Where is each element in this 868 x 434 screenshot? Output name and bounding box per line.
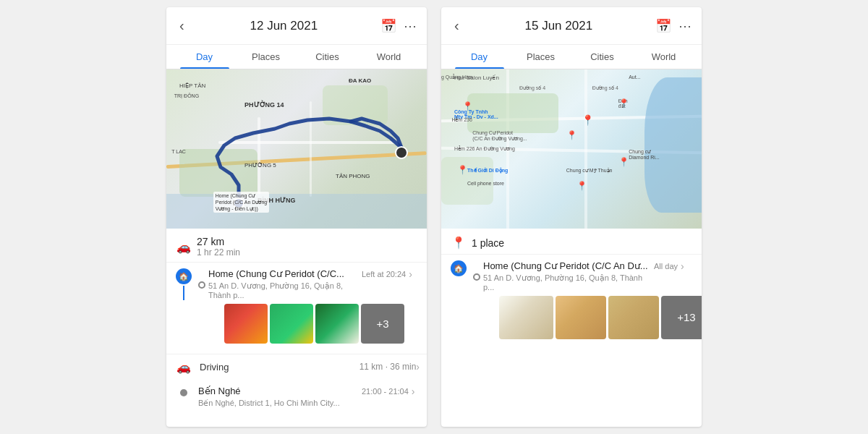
- right-place-row: 📍 1 place: [441, 229, 702, 255]
- left-calendar-icon[interactable]: 📅: [380, 18, 396, 34]
- right-tabs: Day Places Cities World: [441, 45, 702, 69]
- svg-point-1: [396, 147, 407, 158]
- right-home-circle: [473, 273, 480, 281]
- right-home-chevron[interactable]: ›: [681, 260, 684, 272]
- right-more-icon[interactable]: ⋯: [678, 18, 692, 34]
- left-home-circle: [198, 281, 205, 289]
- right-photo-1[interactable]: [499, 296, 553, 339]
- right-home-timeline-left: 🏠: [448, 260, 469, 276]
- left-tab-cities[interactable]: Cities: [297, 45, 358, 69]
- left-distance: 27 km: [197, 236, 240, 247]
- left-map-bg: HIỆP TÂN PHƯỜNG 14 TRỊ ĐÔNG T LAC PHƯỜNG…: [166, 69, 427, 229]
- right-tab-world[interactable]: World: [633, 45, 694, 69]
- left-driving-time: 11 km · 36 min: [359, 362, 417, 372]
- right-photo-2[interactable]: [556, 296, 606, 339]
- left-stop-content: Bến Nghé Bến Nghé, District 1, Ho Chi Mi…: [198, 386, 420, 408]
- left-more-icon[interactable]: ⋯: [404, 18, 417, 34]
- right-date-title: 15 Jun 2021: [525, 19, 593, 33]
- left-home-title: Home (Chung Cư Peridot (C/C...: [208, 268, 362, 281]
- left-home-sub: 51 An D. Vương, Phường 16, Quận 8, Thành…: [208, 281, 362, 299]
- left-panel: ‹ 12 Jun 2021 📅 ⋯ Day Places Cities Worl…: [166, 7, 427, 427]
- left-home-timeline-left: 🏠: [174, 268, 194, 300]
- left-stop-dot: [180, 389, 187, 396]
- left-home-time: Left at 20:24 ›: [362, 268, 420, 280]
- left-home-chevron[interactable]: ›: [409, 268, 412, 280]
- left-driving-label: Driving: [200, 362, 359, 373]
- left-header-icons: 📅 ⋯: [380, 18, 417, 34]
- right-tab-cities[interactable]: Cities: [571, 45, 633, 69]
- left-tab-day[interactable]: Day: [174, 45, 235, 69]
- left-tab-world[interactable]: World: [358, 45, 420, 69]
- right-panel: ‹ 15 Jun 2021 📅 ⋯ Day Places Cities Worl…: [441, 7, 702, 427]
- left-content: 🚗 27 km 1 hr 22 min 🏠: [166, 229, 427, 427]
- right-map-bg: Hair Salon Luyến Đường số 4 Đường số 4 g…: [441, 69, 702, 229]
- left-stop-time: 21:00 - 21:04 ›: [362, 386, 420, 397]
- left-photo-more[interactable]: +3: [361, 304, 404, 344]
- left-stop-sub: Bến Nghé, District 1, Ho Chi Minh City..…: [198, 399, 340, 408]
- right-content: 📍 1 place 🏠 Home (Chung Cư: [441, 229, 702, 427]
- right-tab-day[interactable]: Day: [448, 45, 510, 69]
- left-header: ‹ 12 Jun 2021 📅 ⋯: [166, 7, 427, 45]
- right-back-button[interactable]: ‹: [451, 14, 462, 37]
- right-photo-3[interactable]: [608, 296, 659, 339]
- left-distance-row: 🚗 27 km 1 hr 22 min: [166, 229, 427, 263]
- left-stop-title: Bến Nghé: [198, 386, 340, 398]
- right-home-sub: 51 An D. Vương, Phường 16, Quận 8, Thành…: [483, 273, 654, 292]
- left-home-content: Home (Chung Cư Peridot (C/C... 51 An D. …: [198, 268, 420, 348]
- right-calendar-icon[interactable]: 📅: [655, 18, 671, 34]
- right-home-title: Home (Chung Cư Peridot (C/C An Dư...: [483, 260, 654, 273]
- right-header: ‹ 15 Jun 2021 📅 ⋯: [441, 7, 702, 45]
- right-home-item[interactable]: 🏠 Home (Chung Cư Peridot (C/C An Dư... 5…: [441, 255, 702, 349]
- right-timeline: 🏠 Home (Chung Cư Peridot (C/C An Dư... 5…: [441, 255, 702, 349]
- right-photos-row: +13: [473, 292, 702, 344]
- right-header-icons: 📅 ⋯: [655, 18, 692, 34]
- left-stop-item[interactable]: Bến Nghé Bến Nghé, District 1, Ho Chi Mi…: [166, 380, 427, 414]
- car-icon: 🚗: [176, 240, 191, 254]
- right-home-dot: 🏠: [451, 260, 467, 276]
- right-map: Hair Salon Luyến Đường số 4 Đường số 4 g…: [441, 69, 702, 229]
- left-photo-2[interactable]: [270, 304, 313, 344]
- left-date-title: 12 Jun 2021: [250, 19, 318, 33]
- right-home-content: Home (Chung Cư Peridot (C/C An Dư... 51 …: [473, 260, 702, 344]
- left-driving-row[interactable]: 🚗 Driving 11 km · 36 min ›: [166, 354, 427, 380]
- left-timeline: 🏠 Home (Chung Cư Peridot (C/C... 51 An D…: [166, 263, 427, 414]
- left-photo-3[interactable]: [315, 304, 359, 344]
- left-duration: 1 hr 22 min: [197, 247, 240, 258]
- left-driving-chevron[interactable]: ›: [416, 361, 420, 373]
- left-photo-1[interactable]: [224, 304, 268, 344]
- right-photo-more[interactable]: +13: [661, 296, 702, 339]
- left-back-button[interactable]: ‹: [176, 14, 187, 37]
- left-photos-row: +3: [198, 299, 420, 348]
- left-home-dot: 🏠: [176, 268, 192, 284]
- left-home-item[interactable]: 🏠 Home (Chung Cư Peridot (C/C... 51 An D…: [166, 263, 427, 354]
- right-pin-icon: 📍: [451, 236, 466, 250]
- left-stop-chevron[interactable]: ›: [412, 386, 415, 397]
- left-tab-places[interactable]: Places: [235, 45, 297, 69]
- left-tabs: Day Places Cities World: [166, 45, 427, 69]
- left-route-svg: [166, 69, 427, 229]
- right-home-time: All day ›: [654, 260, 702, 272]
- left-stop-timeline-left: [174, 386, 194, 396]
- left-timeline-line: [183, 286, 184, 300]
- left-map: HIỆP TÂN PHƯỜNG 14 TRỊ ĐÔNG T LAC PHƯỜNG…: [166, 69, 427, 229]
- right-place-count: 1 place: [472, 237, 504, 249]
- left-driving-icon: 🚗: [174, 360, 194, 374]
- right-tab-places[interactable]: Places: [510, 45, 571, 69]
